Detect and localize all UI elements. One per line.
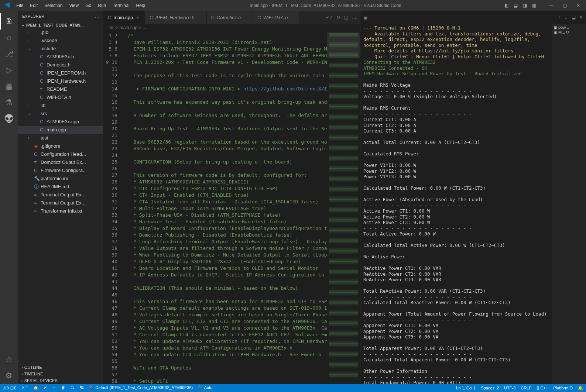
tree-item-atm90e3x-h[interactable]: CATM90E3x.h [18, 53, 103, 61]
status-item[interactable]: Ln 1, Col 1 [456, 386, 476, 391]
status-item[interactable]: {} C++ [537, 386, 548, 391]
tree-item-terminal-output-ex-[interactable]: ≡Terminal Output Ex... [18, 199, 103, 207]
outline-section[interactable]: ›OUTLINE [18, 364, 103, 371]
tree-item-transformer-info-txt[interactable]: ≡Transformer Info.txt [18, 207, 103, 215]
tree-item-domoticz-ouput-ex-[interactable]: ≡Domoticz Ouput Ex... [18, 158, 103, 166]
explorer-icon[interactable]: 🗎 [0, 13, 18, 30]
menu-go[interactable]: Go [82, 1, 94, 10]
tree-item-readme[interactable]: ≡README [18, 85, 103, 93]
maximize-icon[interactable]: ▢ [559, 1, 570, 10]
accounts-icon[interactable]: ☺ [0, 351, 18, 368]
status-item[interactable]: ⨯ 1 [21, 385, 28, 391]
status-item[interactable]: 🗑 [61, 385, 65, 391]
tree-item-ipem-hardware-h[interactable]: CIPEM_Hardware.h [18, 77, 103, 85]
customize-layout-icon[interactable]: ▦ [531, 2, 538, 9]
terminal-panel: ▣ + ⌄ ⬓ ✕ --- Terminal on COM6 | 115200 … [360, 11, 586, 384]
tree-item-atm90e3x-cpp[interactable]: CATM90E3x.cpp [18, 118, 103, 126]
code-content[interactable]: /* Dave Williams, DitroniX 2019-2023 (di… [122, 32, 327, 384]
extensions-icon[interactable]: ▦ [0, 78, 18, 94]
chevron-icon: ⌄ [28, 110, 32, 117]
toggle-panel-right-icon[interactable]: ◨ [521, 2, 528, 9]
close-terminal-icon[interactable]: ✕ [579, 15, 583, 20]
menubar: FileEditSelectionViewGoRunTerminalHelp [13, 1, 148, 10]
status-item[interactable]: ⚠0 ⓘ0 [3, 385, 16, 391]
tree-item-terminal-output-ex-[interactable]: ≡Terminal Output Ex... [18, 191, 103, 199]
toggle-panel-left-icon[interactable]: ◧ [503, 2, 510, 9]
tree-item-configuration-head-[interactable]: CConfiguration Head... [18, 150, 103, 158]
tab-ipem-hardware-h[interactable]: CIPEM_Hardware.h [145, 11, 207, 24]
tree-label: .pio [41, 29, 48, 36]
tree-item-domoticz-h[interactable]: CDomoticz.h [18, 61, 103, 69]
status-item[interactable]: 🗂 [71, 385, 75, 391]
sync-icon[interactable]: ⟳ [337, 15, 340, 20]
status-item[interactable]: ✔ [44, 385, 47, 391]
tree-item-test[interactable]: ›test [18, 134, 103, 142]
test-icon[interactable]: ⚗ [0, 94, 18, 111]
breadcrumb[interactable]: src > main.cpp > ... [103, 24, 360, 32]
terminal-dropdown-icon[interactable]: ⌄ [564, 15, 568, 20]
status-item[interactable]: 🔌 Default (IPEM_1_Test_Code_ATM90E32_ATM… [89, 385, 193, 391]
menu-run[interactable]: Run [95, 1, 109, 10]
code-editor[interactable]: 1 2 3 4 5 6 7 8 9 10 11 12 13 14 15 16 1… [103, 32, 360, 384]
tree-item-firmware-configura-[interactable]: CFirmware Configura... [18, 166, 103, 175]
check-all-icon[interactable]: ✓✓ [326, 15, 333, 20]
menu-selection[interactable]: Selection [41, 1, 65, 10]
status-item[interactable]: 🏗 [80, 385, 84, 391]
tree-item-ipem-eeprom-h[interactable]: CIPEM_EEPROM.h [18, 69, 103, 77]
tree-item-lib[interactable]: ›lib [18, 102, 103, 110]
sidebar-title: EXPLORER… [18, 11, 103, 21]
tab-wifi-ota-h[interactable]: CWiFi-OTA.h [253, 11, 300, 24]
close-icon[interactable]: ✕ [573, 1, 584, 10]
tree-item-include[interactable]: ⌄include [18, 45, 103, 53]
menu-edit[interactable]: Edit [27, 1, 41, 10]
tree-label: ATM90E3x.cpp [47, 118, 79, 125]
platformio-icon[interactable]: 👽 [0, 111, 18, 127]
status-item[interactable]: Spaces: 2 [481, 386, 499, 391]
tree-item-src[interactable]: ⌄src [18, 110, 103, 118]
tree-item-wifi-ota-h[interactable]: CWiFi-OTA.h [18, 93, 103, 102]
status-item[interactable]: PlatformIO [553, 386, 573, 391]
status-item[interactable]: 🔔 [578, 386, 583, 391]
more-icon[interactable]: … [352, 15, 356, 20]
tree-item--vscode[interactable]: ›.vscode [18, 37, 103, 45]
tree-item--pio[interactable]: ›.pio [18, 28, 103, 37]
status-item[interactable]: UTF-8 [504, 386, 515, 391]
c-file-icon: C [108, 15, 111, 20]
split-icon[interactable]: ◫ [344, 15, 348, 20]
scm-icon[interactable]: ⎇ [0, 46, 18, 62]
terminal-tab-icon[interactable]: ▣ [363, 15, 367, 20]
minimize-icon[interactable]: — [545, 1, 557, 10]
close-tab-icon[interactable]: × [135, 15, 140, 20]
menu-view[interactable]: View [66, 1, 82, 10]
serial-devices-section[interactable]: ›SERIAL DEVICES [18, 377, 103, 384]
tree-item-main-cpp[interactable]: Cmain.cpp [18, 126, 103, 134]
project-root[interactable]: ⌄ IPEM_1_TEST_CODE_ATM9... [18, 21, 103, 28]
terminal-session-1[interactable]: ▣pow... [554, 25, 585, 30]
tab-bar: Cmain.cpp×CIPEM_Hardware.hCDomoticz.hCWi… [103, 11, 360, 24]
tree-item-platformio-ini[interactable]: 🔧platformio.ini [18, 175, 103, 183]
timeline-section[interactable]: ›TIMELINE [18, 371, 103, 377]
status-item[interactable]: 🔌 Auto [198, 385, 212, 391]
more-icon[interactable]: … [95, 14, 99, 18]
maximize-terminal-icon[interactable]: ⬓ [572, 15, 576, 20]
status-item[interactable]: CRLF [521, 386, 531, 391]
minimap[interactable] [327, 32, 360, 384]
status-item[interactable]: → [52, 385, 56, 391]
menu-terminal[interactable]: Terminal [110, 1, 132, 10]
terminal-session-2[interactable]: ▣M...⟳ [554, 30, 585, 35]
debug-icon[interactable]: ▷ [0, 62, 18, 78]
menu-file[interactable]: File [13, 1, 26, 10]
new-terminal-icon[interactable]: + [558, 15, 561, 20]
tab-main-cpp[interactable]: Cmain.cpp× [103, 11, 145, 24]
settings-icon[interactable]: ⚙ [0, 368, 18, 384]
terminal-output[interactable]: --- Terminal on COM6 | 115200 8-N-1 --- … [360, 24, 552, 384]
txt-icon: ≡ [40, 86, 45, 93]
tree-item-readme-md[interactable]: ⓘREADME.md [18, 183, 103, 191]
search-icon[interactable]: ⌕ [0, 30, 18, 46]
git-icon: ◈ [34, 142, 39, 150]
toggle-panel-bottom-icon[interactable]: ⬓ [512, 2, 519, 9]
status-item[interactable]: 🏠 [33, 385, 38, 391]
tab-domoticz-h[interactable]: CDomoticz.h [207, 11, 253, 24]
menu-help[interactable]: Help [133, 1, 148, 10]
tree-item--gitignore[interactable]: ◈.gitignore [18, 142, 103, 150]
